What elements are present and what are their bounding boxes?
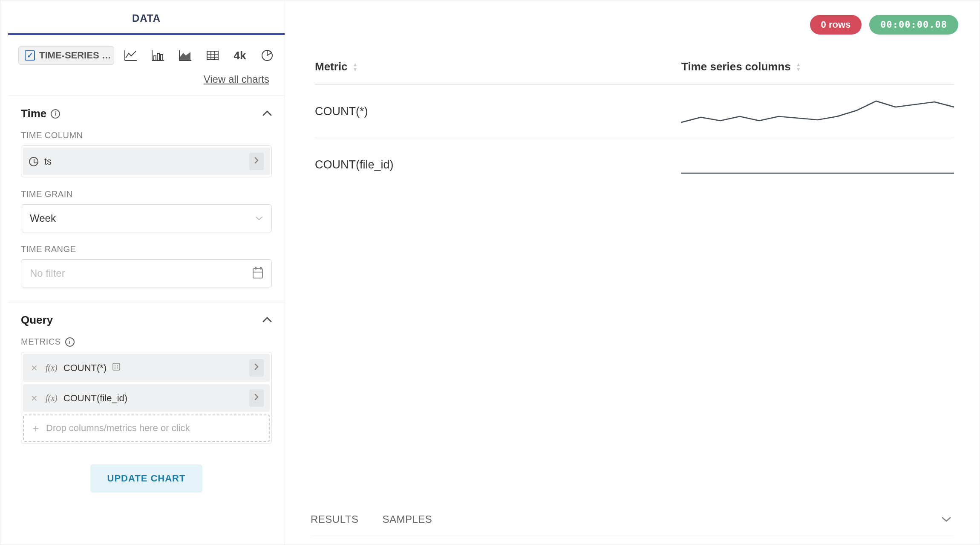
time-range-placeholder: No filter bbox=[30, 267, 65, 279]
time-grain-label: TIME GRAIN bbox=[21, 189, 272, 199]
plus-icon: ＋ bbox=[31, 421, 41, 435]
tab-samples[interactable]: SAMPLES bbox=[382, 513, 432, 525]
preview-table: Metric ▲▼ Time series columns ▲▼ COUNT(*… bbox=[285, 35, 980, 191]
chevron-right-icon[interactable] bbox=[249, 389, 264, 407]
dropzone-text: Drop columns/metrics here or click bbox=[46, 423, 190, 434]
metric-expr: COUNT(*) bbox=[63, 362, 107, 374]
metric-cell: COUNT(*) bbox=[315, 105, 681, 118]
row-count-badge: 0 rows bbox=[810, 15, 862, 35]
chevron-up-icon bbox=[262, 316, 272, 324]
svg-point-9 bbox=[117, 368, 118, 369]
tab-results[interactable]: RESULTS bbox=[311, 513, 358, 525]
chevron-right-icon[interactable] bbox=[249, 153, 264, 170]
update-chart-button[interactable]: UPDATE CHART bbox=[90, 464, 203, 493]
view-all-charts-link[interactable]: View all charts bbox=[204, 73, 269, 85]
fx-icon: f(x) bbox=[46, 393, 58, 403]
sparkline bbox=[681, 99, 954, 124]
time-column-label: TIME COLUMN bbox=[21, 130, 272, 140]
time-column-input[interactable]: ts bbox=[21, 145, 272, 177]
remove-icon[interactable]: ✕ bbox=[29, 393, 40, 403]
query-section-title: Query bbox=[21, 313, 53, 327]
svg-rect-3 bbox=[207, 51, 218, 60]
time-range-input[interactable]: No filter bbox=[21, 259, 272, 287]
table-header: Metric ▲▼ Time series columns ▲▼ bbox=[315, 60, 954, 85]
big-number-icon[interactable]: 4k bbox=[233, 48, 247, 63]
time-section: Time i TIME COLUMN ts bbox=[8, 96, 285, 302]
svg-point-7 bbox=[117, 365, 118, 367]
time-section-title: Time bbox=[21, 107, 46, 120]
viz-type-label: TIME-SERIES … bbox=[39, 50, 111, 61]
svg-point-6 bbox=[115, 365, 116, 367]
time-grain-value: Week bbox=[30, 212, 56, 224]
time-column-value: ts bbox=[44, 156, 52, 167]
area-chart-icon[interactable] bbox=[178, 48, 193, 63]
config-icon[interactable] bbox=[112, 363, 120, 373]
sparkline bbox=[681, 152, 954, 177]
sparkline-cell bbox=[681, 152, 954, 177]
chevron-down-icon bbox=[255, 214, 263, 223]
sort-icon: ▲▼ bbox=[353, 62, 358, 72]
info-icon: i bbox=[65, 337, 75, 347]
time-grain-select[interactable]: Week bbox=[21, 204, 272, 232]
query-section-header[interactable]: Query bbox=[21, 313, 272, 327]
metric-expr: COUNT(file_id) bbox=[63, 393, 127, 404]
chevron-right-icon[interactable] bbox=[249, 359, 264, 377]
metrics-dropzone[interactable]: ＋ Drop columns/metrics here or click bbox=[23, 415, 270, 442]
svg-point-8 bbox=[115, 368, 116, 369]
timing-badge: 00:00:00.08 bbox=[869, 15, 958, 35]
table-chart-icon[interactable] bbox=[205, 48, 220, 63]
query-section: Query METRICS i ✕ f(x) COUNT(*) bbox=[8, 302, 285, 457]
chevron-up-icon bbox=[262, 110, 272, 118]
chevron-down-icon[interactable] bbox=[941, 513, 951, 525]
metric-chip[interactable]: ✕ f(x) COUNT(file_id) bbox=[23, 384, 270, 412]
metric-cell: COUNT(file_id) bbox=[315, 158, 681, 171]
time-range-label: TIME RANGE bbox=[21, 244, 272, 254]
time-section-header[interactable]: Time i bbox=[21, 107, 272, 120]
calendar-icon bbox=[253, 268, 263, 278]
sparkline-cell bbox=[681, 99, 954, 124]
status-badges: 0 rows 00:00:00.08 bbox=[285, 0, 980, 35]
viz-icon-bar: 4k bbox=[124, 48, 274, 63]
metrics-label: METRICS bbox=[21, 337, 61, 347]
viz-type-pill[interactable]: ✓ TIME-SERIES … bbox=[18, 46, 114, 65]
svg-rect-5 bbox=[113, 363, 120, 370]
bar-chart-icon[interactable] bbox=[151, 48, 165, 63]
metric-chip[interactable]: ✕ f(x) COUNT(*) bbox=[23, 354, 270, 382]
fx-icon: f(x) bbox=[46, 363, 58, 373]
viz-type-row: ✓ TIME-SERIES … 4k bbox=[8, 35, 285, 65]
metrics-input[interactable]: ✕ f(x) COUNT(*) ✕ f(x) COUNT(file_id bbox=[21, 352, 272, 444]
tab-data[interactable]: DATA bbox=[8, 0, 285, 35]
check-icon: ✓ bbox=[25, 50, 35, 61]
sidebar-tabs: DATA bbox=[8, 0, 285, 35]
table-row: COUNT(file_id) bbox=[315, 138, 954, 191]
remove-icon[interactable]: ✕ bbox=[29, 363, 40, 373]
svg-rect-2 bbox=[161, 55, 163, 60]
results-panel-tabs: RESULTS SAMPLES bbox=[285, 503, 980, 545]
table-row: COUNT(*) bbox=[315, 85, 954, 138]
column-header-timeseries[interactable]: Time series columns ▲▼ bbox=[681, 60, 954, 73]
pie-chart-icon[interactable] bbox=[260, 48, 274, 63]
main-panel: 0 rows 00:00:00.08 Metric ▲▼ Time series… bbox=[285, 0, 980, 545]
svg-rect-1 bbox=[157, 53, 159, 60]
clock-icon bbox=[29, 157, 38, 166]
line-chart-icon[interactable] bbox=[124, 48, 138, 63]
svg-rect-0 bbox=[154, 56, 156, 60]
sidebar: DATA ✓ TIME-SERIES … 4k bbox=[8, 0, 285, 545]
column-header-metric[interactable]: Metric ▲▼ bbox=[315, 60, 681, 73]
sort-icon: ▲▼ bbox=[796, 62, 801, 72]
info-icon: i bbox=[51, 109, 60, 119]
